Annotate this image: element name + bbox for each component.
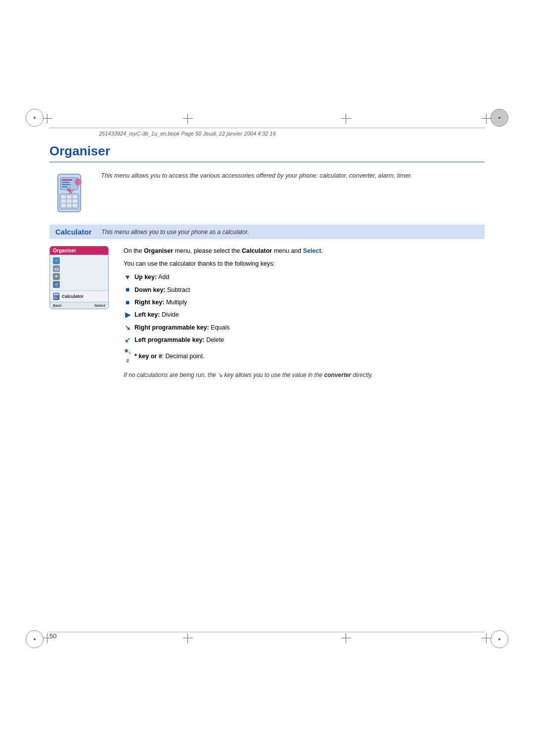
reg-mark-bottom-right <box>490 630 508 648</box>
intro-paragraph: This menu allows you to access the vario… <box>101 171 485 181</box>
organiser-phone-icon <box>52 173 86 213</box>
page-title: Organiser <box>49 143 485 162</box>
cross-top-right <box>482 114 491 124</box>
key-up-label: Up key: Add <box>134 272 169 282</box>
calculator-header: Calculator This menu allows you to use y… <box>49 225 485 239</box>
organiser-bold: Organiser <box>144 247 173 254</box>
key-down-label: Down key: Subtract <box>134 285 190 295</box>
phone-mockup: Organiser ✓ 📅 <box>49 246 114 309</box>
menu-icon-alarm: 🔔 <box>53 273 60 280</box>
svg-rect-10 <box>61 199 66 202</box>
calculator-body: Organiser ✓ 📅 <box>49 246 485 382</box>
svg-rect-24 <box>57 296 59 297</box>
svg-rect-26 <box>55 298 56 299</box>
calculator-header-desc: This menu allows you to use your phone a… <box>101 229 249 236</box>
svg-rect-2 <box>62 179 72 181</box>
key-right-label: Right key: Multiply <box>134 297 187 307</box>
header-file-info: 251433924_myC-3b_1u_en.book Page 50 Jeud… <box>99 131 276 137</box>
menu-icon-timer: ⏱ <box>53 281 60 288</box>
calc-usage-intro: You can use the calculator thanks to the… <box>124 259 485 269</box>
cross-bottom-mid-left <box>183 633 193 643</box>
svg-point-16 <box>75 179 82 186</box>
calc-intro-para: On the Organiser menu, please select the… <box>124 246 485 256</box>
svg-rect-21 <box>54 293 59 295</box>
menu-item-timer: ⏱ <box>53 281 105 288</box>
select-bold: Select <box>303 247 321 254</box>
menu-item-check: ✓ <box>53 257 105 265</box>
calculator-section: Calculator This menu allows you to use y… <box>49 225 485 382</box>
svg-rect-3 <box>62 182 70 183</box>
calc-note: If no calculations are being run, the ↘ … <box>124 371 485 379</box>
key-list: ▼ Up key: Add ■ Down key: Subtract ■ Rig… <box>124 272 485 366</box>
svg-rect-13 <box>61 204 66 207</box>
key-left-prog-label: Left programmable key: Delete <box>134 335 224 345</box>
key-item-right-prog: ↘ Right programmable key: Equals <box>124 322 485 333</box>
arrow-right-prog: ↘ <box>124 322 132 333</box>
calc-info: On the Organiser menu, please select the… <box>124 246 485 382</box>
menu-item-alarm: 🔔 <box>53 273 105 281</box>
key-item-left-prog: ↙ Left programmable key: Delete <box>124 334 485 345</box>
top-header-line <box>49 128 485 128</box>
svg-rect-5 <box>62 187 68 188</box>
cross-top-mid-left <box>183 114 193 124</box>
svg-rect-7 <box>61 195 66 198</box>
svg-rect-9 <box>73 195 77 198</box>
reg-mark-top-left <box>26 109 44 127</box>
bottom-border-line <box>49 632 485 632</box>
svg-rect-8 <box>67 195 72 198</box>
phone-icon-box <box>49 171 89 213</box>
calc-icon <box>53 292 60 300</box>
softkey-back: Back <box>53 303 62 308</box>
reg-mark-bottom-left <box>26 630 44 648</box>
arrow-left-prog: ↙ <box>124 334 132 345</box>
softkey-select: Select <box>94 303 105 308</box>
key-item-right: ■ Right key: Multiply <box>124 297 485 308</box>
svg-rect-23 <box>55 296 56 297</box>
key-left-label: Left key: Divide <box>134 310 179 320</box>
cross-bottom-left <box>43 633 52 643</box>
key-item-left: ▶ Left key: Divide <box>124 309 485 320</box>
menu-item-calendar: 📅 <box>53 265 105 273</box>
phone-mockup-menu: ✓ 📅 🔔 ⏱ <box>50 255 108 290</box>
menu-icon-check: ✓ <box>53 257 60 264</box>
cross-top-mid-right <box>341 114 351 124</box>
svg-rect-15 <box>73 204 77 207</box>
star-hash-symbol: ✱s # <box>124 347 132 365</box>
reg-mark-top-right <box>490 109 508 127</box>
arrow-up: ▼ <box>124 272 132 283</box>
arrow-left: ▶ <box>124 309 132 320</box>
phone-mockup-inner: Organiser ✓ 📅 <box>49 246 109 309</box>
key-item-star-hash: ✱s # * key or #: Decimal point. <box>124 347 485 365</box>
phone-mockup-softkeys: Back Select <box>50 302 108 309</box>
key-item-up: ▼ Up key: Add <box>124 272 485 283</box>
svg-rect-25 <box>54 298 55 299</box>
svg-rect-4 <box>62 184 71 185</box>
key-item-down: ■ Down key: Subtract <box>124 284 485 295</box>
cross-bottom-right <box>482 633 491 643</box>
svg-rect-22 <box>54 296 55 297</box>
svg-rect-12 <box>73 199 77 202</box>
svg-rect-27 <box>57 298 58 299</box>
arrow-down: ■ <box>124 284 132 295</box>
main-content: Organiser <box>49 143 485 382</box>
phone-mockup-header: Organiser <box>50 246 108 255</box>
phone-mockup-calculator-row: Calculator <box>50 290 108 302</box>
intro-section: This menu allows you to access the vario… <box>49 171 485 213</box>
svg-rect-14 <box>67 204 72 207</box>
key-right-prog-label: Right programmable key: Equals <box>134 323 229 332</box>
calculator-bold: Calculator <box>242 247 272 254</box>
menu-icon-calendar: 📅 <box>53 265 60 272</box>
arrow-right: ■ <box>124 297 132 308</box>
cross-top-left <box>43 114 52 124</box>
key-star-hash-label: * key or #: Decimal point. <box>134 351 205 361</box>
calc-row-label: Calculator <box>62 294 84 299</box>
calculator-section-title: Calculator <box>55 228 91 236</box>
svg-rect-11 <box>67 199 72 202</box>
cross-bottom-mid-right <box>341 633 351 643</box>
page-container: 251433924_myC-3b_1u_en.book Page 50 Jeud… <box>0 0 534 756</box>
